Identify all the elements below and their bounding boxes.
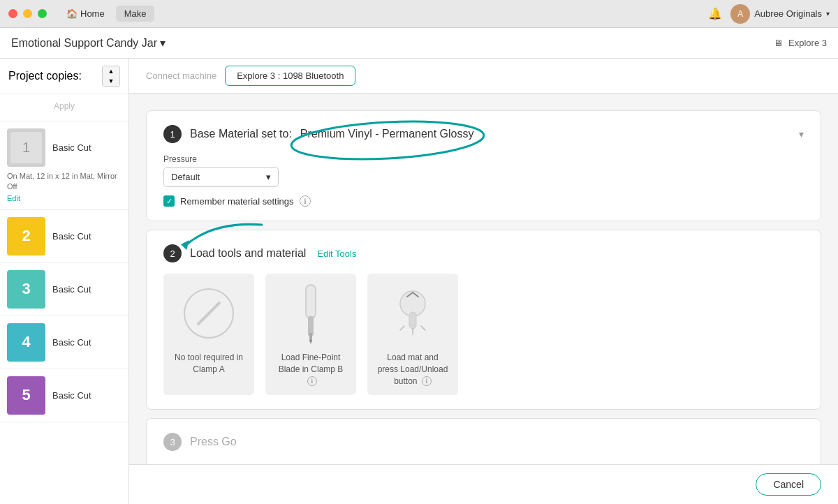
cut-1-label: Basic Cut: [52, 142, 91, 153]
cut-thumb-2: 2: [7, 217, 45, 255]
pressure-select[interactable]: Default ▾: [163, 167, 279, 187]
project-copies-label: Project copies:: [8, 70, 82, 82]
pressure-value: Default: [171, 172, 200, 182]
no-tool-circle-icon: [184, 288, 234, 339]
cut-2-label: Basic Cut: [52, 231, 91, 242]
cut-thumb-3: 3: [7, 270, 45, 309]
cut-item-2[interactable]: 2 Basic Cut: [0, 210, 128, 263]
cut-thumb-5: 5: [7, 376, 45, 415]
remember-checkbox[interactable]: ✓: [163, 195, 175, 207]
explore-label: Explore 3: [788, 38, 827, 48]
make-label: Make: [124, 8, 147, 19]
notification-bell-icon[interactable]: 🔔: [708, 7, 722, 20]
cut-thumb-1: 1: [7, 128, 45, 167]
step-2-header: 2 Load tools and material Edit Tools: [163, 244, 804, 262]
svg-marker-7: [309, 340, 312, 344]
pressure-label: Pressure: [163, 154, 804, 164]
step-1-header: 1 Base Material set to: Premium Vinyl - …: [163, 125, 804, 143]
titlebar-right: 🔔 A Aubree Originals ▾: [708, 4, 830, 24]
material-name-wrapper: Premium Vinyl - Permanent Glossy: [300, 128, 474, 140]
copies-spinner: ▲ ▼: [102, 66, 120, 87]
cut-4-label: Basic Cut: [52, 337, 91, 348]
fullscreen-button[interactable]: [38, 9, 47, 18]
sidebar-header: Project copies: ▲ ▼: [0, 59, 128, 94]
blade-card: Load Fine-Point Blade in Clamp B ℹ: [265, 274, 356, 395]
apply-button[interactable]: Apply: [54, 97, 75, 115]
svg-line-12: [421, 326, 425, 330]
project-title-chevron-icon: ▾: [160, 36, 166, 50]
copies-increment-button[interactable]: ▲: [103, 66, 119, 76]
step-2-section: 2 Load tools and material Edit Tools: [146, 230, 821, 410]
avatar: A: [730, 4, 750, 24]
remember-label: Remember material settings: [180, 196, 294, 207]
close-button[interactable]: [8, 9, 17, 18]
step-1-label: Base Material set to:: [190, 128, 292, 140]
svg-line-10: [400, 326, 404, 330]
mat-info-icon[interactable]: ℹ: [422, 376, 432, 386]
no-tool-card: No tool required in Clamp A: [163, 274, 254, 395]
cut-1-meta: On Mat, 12 in x 12 in Mat, Mirror Off: [7, 171, 122, 193]
load-mat-image: [381, 282, 444, 345]
pressure-row: Pressure Default ▾: [163, 154, 804, 187]
machine-connect-button[interactable]: Explore 3 : 1098 Bluetooth: [225, 66, 355, 86]
content-area: Connect machine Explore 3 : 1098 Bluetoo…: [129, 59, 838, 504]
step-1-number: 1: [163, 125, 182, 143]
step-2-number: 2: [163, 244, 182, 262]
cut-1-edit[interactable]: Edit: [7, 194, 122, 202]
top-bar: Connect machine Explore 3 : 1098 Bluetoo…: [129, 59, 838, 94]
svg-rect-9: [409, 312, 416, 329]
cut-thumb-4: 4: [7, 323, 45, 362]
tool-cards: No tool required in Clamp A: [163, 274, 804, 395]
cut-item-3[interactable]: 3 Basic Cut: [0, 263, 128, 316]
load-mat-label: Load mat and press Load/Unload button ℹ: [376, 352, 450, 387]
material-name-text: Premium Vinyl - Permanent Glossy: [300, 128, 474, 140]
home-icon: 🏠: [66, 8, 78, 19]
step-1-collapse-icon[interactable]: ▾: [799, 128, 804, 140]
main-layout: Project copies: ▲ ▼ Apply 1 Basic Cut: [0, 59, 838, 504]
connect-machine-label: Connect machine: [146, 71, 216, 81]
project-title-text: Emotional Support Candy Jar: [11, 37, 157, 50]
cut-info-1: Basic Cut: [52, 142, 91, 153]
explore-button[interactable]: 🖥 Explore 3: [774, 38, 827, 48]
titlebar: 🏠 Home Make 🔔 A Aubree Originals ▾: [0, 0, 838, 28]
explore-screen-icon: 🖥: [774, 38, 783, 48]
step-2-label: Load tools and material: [190, 247, 306, 260]
blade-label: Load Fine-Point Blade in Clamp B ℹ: [274, 352, 348, 387]
app-header: Emotional Support Candy Jar ▾ 🖥 Explore …: [0, 28, 838, 59]
apply-section: Apply: [0, 94, 128, 121]
chevron-down-icon: ▾: [826, 10, 830, 17]
cut-item-1[interactable]: 1 Basic Cut On Mat, 12 in x 12 in Mat, M…: [0, 121, 128, 210]
svg-rect-5: [308, 316, 314, 336]
no-tool-label: No tool required in Clamp A: [172, 352, 246, 376]
titlebar-nav: 🏠 Home Make: [58, 6, 154, 22]
remember-settings-row: ✓ Remember material settings ℹ: [163, 195, 804, 207]
traffic-lights: [8, 9, 47, 18]
minimize-button[interactable]: [23, 9, 32, 18]
step-3-label: Press Go: [190, 436, 237, 448]
checkmark-icon: ✓: [166, 197, 172, 206]
edit-tools-link[interactable]: Edit Tools: [317, 249, 356, 259]
blade-info-icon[interactable]: ℹ: [307, 376, 317, 386]
cut-5-label: Basic Cut: [52, 390, 91, 401]
copies-decrement-button[interactable]: ▼: [103, 76, 119, 86]
cancel-button[interactable]: Cancel: [756, 473, 821, 496]
user-name: Aubree Originals: [754, 8, 822, 19]
steps-container: 1 Base Material set to: Premium Vinyl - …: [129, 94, 838, 504]
bottom-bar: Cancel: [129, 464, 838, 504]
step-3-number: 3: [163, 433, 182, 451]
home-label: Home: [80, 8, 105, 19]
cut-item-4[interactable]: 4 Basic Cut: [0, 316, 128, 369]
no-tool-image: [177, 282, 240, 345]
cut-3-label: Basic Cut: [52, 284, 91, 295]
cut-item-5[interactable]: 5 Basic Cut: [0, 369, 128, 422]
blade-image: [279, 282, 342, 345]
step-3-header: 3 Press Go: [163, 433, 804, 451]
home-nav-button[interactable]: 🏠 Home: [58, 6, 113, 22]
make-nav-button[interactable]: Make: [116, 6, 155, 22]
svg-line-2: [198, 303, 219, 324]
project-title-button[interactable]: Emotional Support Candy Jar ▾: [11, 36, 166, 50]
remember-info-icon[interactable]: ℹ: [300, 195, 311, 207]
sidebar: Project copies: ▲ ▼ Apply 1 Basic Cut: [0, 59, 129, 504]
user-menu[interactable]: A Aubree Originals ▾: [730, 4, 830, 24]
pressure-chevron-icon: ▾: [266, 172, 271, 182]
